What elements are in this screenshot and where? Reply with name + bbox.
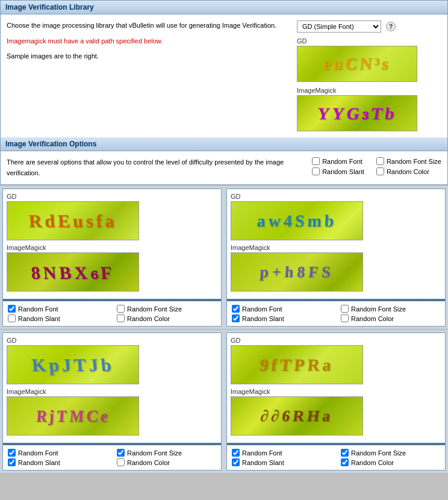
rs-top-right-cb[interactable] bbox=[232, 314, 240, 322]
im-block-bot-left: ImageMagick RjTMCe bbox=[7, 388, 217, 436]
rfs-top-right-cb[interactable] bbox=[341, 305, 349, 313]
im-label-bot-right: ImageMagick bbox=[231, 388, 441, 395]
preview-panel-bot-right: GD 9fTPRa ImageMagick ∂∂6RHa Random Font bbox=[226, 333, 446, 470]
im-block-top-left: ImageMagick 8NBX₆F bbox=[7, 244, 217, 292]
rs-top-left[interactable]: Random Slant bbox=[8, 314, 107, 322]
random-color-main-label[interactable]: Random Color bbox=[376, 167, 441, 175]
rs-top-left-text: Random Slant bbox=[18, 315, 60, 322]
rf-bot-left-cb[interactable] bbox=[8, 449, 16, 457]
preview-bot-left-body: GD KpJTJb ImageMagick RjTMCe bbox=[3, 333, 221, 443]
rf-bot-left-text: Random Font bbox=[18, 449, 58, 457]
help-icon[interactable]: ? bbox=[386, 22, 396, 31]
rs-top-right[interactable]: Random Slant bbox=[232, 314, 331, 322]
rs-bot-right-cb[interactable] bbox=[232, 458, 240, 466]
rc-bot-left-text: Random Color bbox=[127, 459, 170, 466]
random-font-main-label[interactable]: Random Font bbox=[312, 157, 364, 165]
checkboxes-top-right: Random Font Random Font Size Random Slan… bbox=[227, 301, 445, 326]
rfs-bot-left-text: Random Font Size bbox=[127, 449, 182, 457]
rf-top-right-cb[interactable] bbox=[232, 305, 240, 313]
preview-top-right-body: GD aw4Smb ImageMagick p+h8FS bbox=[227, 189, 445, 299]
sample-note: Sample images are to the right. bbox=[7, 51, 291, 62]
rf-bot-right-cb[interactable] bbox=[232, 449, 240, 457]
captcha-gd-main: euCN³s bbox=[297, 46, 417, 82]
random-font-main-checkbox[interactable] bbox=[312, 157, 320, 165]
rs-top-right-text: Random Slant bbox=[242, 315, 284, 322]
library-select[interactable]: GD (Simple Font)ImageMagickGD (TrueType … bbox=[297, 20, 381, 33]
library-section-body: Choose the image processing library that… bbox=[1, 14, 447, 137]
rs-top-left-cb[interactable] bbox=[8, 314, 16, 322]
rc-top-left-text: Random Color bbox=[127, 315, 170, 322]
rfs-top-left-cb[interactable] bbox=[117, 305, 125, 313]
rc-top-right[interactable]: Random Color bbox=[341, 314, 440, 322]
rc-bot-left-cb[interactable] bbox=[117, 458, 125, 466]
random-slant-main-checkbox[interactable] bbox=[312, 167, 320, 175]
captcha-im-top-right: p+h8FS bbox=[231, 252, 363, 292]
checkboxes-top-left: Random Font Random Font Size Random Slan… bbox=[3, 301, 221, 326]
preview-bot-right-body: GD 9fTPRa ImageMagick ∂∂6RHa bbox=[227, 333, 445, 443]
rc-bot-right-cb[interactable] bbox=[341, 458, 349, 466]
rfs-bot-left-cb[interactable] bbox=[117, 449, 125, 457]
rfs-top-left[interactable]: Random Font Size bbox=[117, 305, 216, 313]
rc-bot-left[interactable]: Random Color bbox=[117, 458, 216, 466]
rs-bot-left[interactable]: Random Slant bbox=[8, 458, 107, 466]
rc-top-left-cb[interactable] bbox=[117, 314, 125, 322]
rf-top-right[interactable]: Random Font bbox=[232, 305, 331, 313]
checkbox-grid-top-right: Random Font Random Font Size Random Slan… bbox=[232, 305, 440, 322]
captcha-gd-top-right-text: aw4Smb bbox=[257, 211, 337, 231]
captcha-im-bot-left: RjTMCe bbox=[7, 396, 139, 436]
rfs-top-left-text: Random Font Size bbox=[127, 305, 182, 313]
preview-panel-top-right: GD aw4Smb ImageMagick p+h8FS Random Font bbox=[226, 189, 446, 327]
preview-row-2: GD KpJTJb ImageMagick RjTMCe Random Font bbox=[0, 330, 448, 473]
rf-bot-right[interactable]: Random Font bbox=[232, 449, 331, 457]
preview-row-1: GD RdEusfa ImageMagick 8NBX₆F Random Fon… bbox=[0, 186, 448, 329]
rs-bot-right-text: Random Slant bbox=[242, 459, 284, 466]
captcha-gd-bot-left-text: KpJTJb bbox=[31, 355, 115, 375]
options-section: There are several options that allow you… bbox=[1, 151, 447, 184]
gd-label-bot-left: GD bbox=[7, 337, 217, 344]
rc-bot-right[interactable]: Random Color bbox=[341, 458, 440, 466]
rs-bot-right[interactable]: Random Slant bbox=[232, 458, 331, 466]
rf-top-left[interactable]: Random Font bbox=[8, 305, 107, 313]
options-col2: Random Font Size Random Color bbox=[376, 157, 441, 178]
random-slant-main-text: Random Slant bbox=[322, 168, 364, 175]
random-font-size-main-checkbox[interactable] bbox=[376, 157, 384, 165]
rc-top-left[interactable]: Random Color bbox=[117, 314, 216, 322]
rc-top-right-cb[interactable] bbox=[341, 314, 349, 322]
preview-top-left-body: GD RdEusfa ImageMagick 8NBX₆F bbox=[3, 189, 221, 299]
gd-block-bot-right: GD 9fTPRa bbox=[231, 337, 441, 384]
rfs-bot-right-cb[interactable] bbox=[341, 449, 349, 457]
rf-top-left-cb[interactable] bbox=[8, 305, 16, 313]
gd-label-bot-right: GD bbox=[231, 337, 441, 344]
captcha-im-main: YYG₃Tb bbox=[297, 95, 417, 131]
checkbox-grid-top-left: Random Font Random Font Size Random Slan… bbox=[8, 305, 216, 322]
random-color-main-checkbox[interactable] bbox=[376, 167, 384, 175]
imagemagick-warning: Imagemagick must have a valid path speci… bbox=[7, 36, 291, 47]
library-description: Choose the image processing library that… bbox=[7, 20, 291, 131]
gd-block-bot-left: GD KpJTJb bbox=[7, 337, 217, 384]
checkbox-grid-bot-right: Random Font Random Font Size Random Slan… bbox=[232, 449, 440, 466]
section-header-library: Image Verification Library bbox=[1, 1, 447, 14]
rfs-top-right[interactable]: Random Font Size bbox=[341, 305, 440, 313]
rf-bot-left[interactable]: Random Font bbox=[8, 449, 107, 457]
rfs-bot-right[interactable]: Random Font Size bbox=[341, 449, 440, 457]
options-checkboxes-main: Random Font Random Slant Random Font Siz… bbox=[312, 157, 441, 178]
section-header-options-text: Image Verification Options bbox=[5, 140, 96, 148]
rfs-bot-left[interactable]: Random Font Size bbox=[117, 449, 216, 457]
gd-label-top-left: GD bbox=[7, 193, 217, 200]
library-desc-text: Choose the image processing library that… bbox=[7, 20, 291, 31]
gd-block-top-right: GD aw4Smb bbox=[231, 193, 441, 240]
random-slant-main-label[interactable]: Random Slant bbox=[312, 167, 364, 175]
im-block-bot-right: ImageMagick ∂∂6RHa bbox=[231, 388, 441, 436]
im-block-top-right: ImageMagick p+h8FS bbox=[231, 244, 441, 292]
section-header-options: Image Verification Options bbox=[1, 137, 447, 151]
options-col1: Random Font Random Slant bbox=[312, 157, 364, 178]
captcha-gd-top-left-text: RdEusfa bbox=[28, 211, 118, 231]
rs-bot-left-text: Random Slant bbox=[18, 459, 60, 466]
captcha-gd-top-left: RdEusfa bbox=[7, 201, 139, 240]
rs-bot-left-cb[interactable] bbox=[8, 458, 16, 466]
random-color-main-text: Random Color bbox=[387, 168, 429, 175]
random-font-size-main-label[interactable]: Random Font Size bbox=[376, 157, 441, 165]
rf-top-right-text: Random Font bbox=[242, 305, 282, 313]
gd-block-top-left: GD RdEusfa bbox=[7, 193, 217, 240]
rf-top-left-text: Random Font bbox=[18, 305, 58, 313]
